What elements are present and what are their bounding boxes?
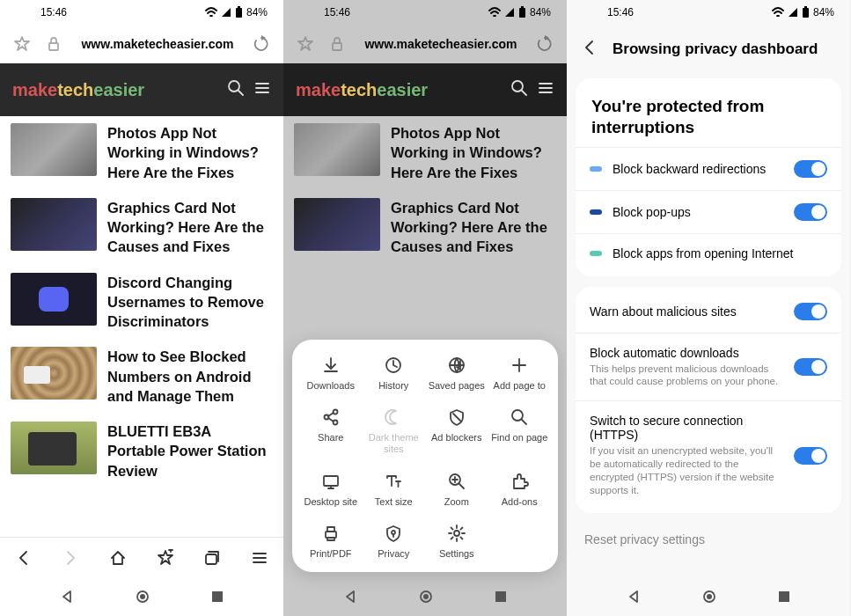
svg-point-29: [707, 594, 712, 599]
setting-label: Block backward redirections: [613, 162, 783, 176]
sys-recents-icon[interactable]: [495, 590, 507, 606]
setting-row-https[interactable]: Switch to secure connection (HTTPS) If y…: [576, 400, 841, 510]
menu-privacy[interactable]: Privacy: [364, 524, 424, 560]
svg-rect-0: [236, 8, 242, 18]
menu-downloads[interactable]: Downloads: [301, 356, 361, 392]
toggle-on-icon[interactable]: [794, 203, 827, 221]
menu-label: Saved pages: [429, 380, 485, 392]
site-header: maketecheasier: [0, 63, 283, 116]
star-icon[interactable]: [12, 34, 32, 54]
menu-label: Ad blockers: [431, 432, 481, 444]
settings-card-security: Warn about malicious sites Block automat…: [576, 287, 841, 514]
back-icon[interactable]: [15, 549, 33, 570]
hamburger-icon[interactable]: [253, 79, 271, 100]
status-bar: 15:46 84%: [567, 0, 850, 25]
article-thumb: [294, 123, 380, 176]
reload-icon[interactable]: [535, 34, 554, 54]
menu-label: Desktop site: [304, 496, 357, 508]
sys-recents-icon[interactable]: [211, 590, 224, 606]
sys-back-icon[interactable]: [627, 590, 641, 607]
menu-label: Add-ons: [502, 496, 538, 508]
sys-home-icon[interactable]: [702, 590, 716, 607]
setting-row-backward-redirections[interactable]: Block backward redirections: [576, 147, 841, 190]
setting-row-popups[interactable]: Block pop-ups: [576, 190, 841, 233]
svg-rect-1: [238, 6, 240, 8]
menu-add-ons[interactable]: Add-ons: [490, 472, 550, 508]
menu-label: Print/PDF: [310, 548, 352, 560]
battery-icon: [518, 6, 526, 18]
sys-home-icon[interactable]: [136, 590, 150, 607]
tabs-icon[interactable]: [203, 549, 221, 570]
menu-label: Zoom: [444, 496, 469, 508]
sys-back-icon[interactable]: [60, 590, 74, 607]
star-icon[interactable]: [296, 34, 315, 54]
menu-label: Downloads: [307, 380, 355, 392]
menu-dark-theme: Dark theme sites: [364, 407, 424, 455]
site-logo[interactable]: maketecheasier: [12, 80, 144, 100]
article-title: Graphics Card Not Working? Here Are the …: [107, 198, 273, 257]
menu-icon[interactable]: [251, 549, 268, 570]
menu-find-on-page[interactable]: Find on page: [490, 407, 550, 455]
list-item[interactable]: Photos App Not Working in Windows? Here …: [11, 123, 273, 182]
article-thumb: [11, 198, 97, 251]
forward-icon[interactable]: [62, 549, 79, 570]
browser-toolbar: [0, 537, 283, 581]
url-text[interactable]: www.maketecheasier.com: [359, 37, 523, 51]
search-icon[interactable]: [510, 79, 528, 100]
svg-rect-4: [206, 554, 216, 564]
reload-icon[interactable]: [252, 34, 271, 54]
toggle-on-icon[interactable]: [794, 447, 827, 465]
bookmarks-icon[interactable]: [157, 549, 174, 570]
article-title: Discord Changing Usernames to Remove Dis…: [107, 273, 273, 332]
setting-row-malicious[interactable]: Warn about malicious sites: [576, 290, 841, 333]
menu-print-pdf[interactable]: Print/PDF: [301, 524, 361, 560]
setting-row-auto-downloads[interactable]: Block automatic downloads This helps pre…: [576, 333, 841, 401]
hamburger-icon[interactable]: [537, 79, 554, 100]
article-list: Photos App Not Working in Windows? Here …: [0, 116, 283, 537]
toggle-on-icon[interactable]: [794, 160, 827, 178]
sys-home-icon[interactable]: [419, 590, 433, 607]
site-header: maketecheasier: [283, 63, 567, 116]
home-icon[interactable]: [109, 549, 127, 570]
toggle-on-icon[interactable]: [794, 303, 827, 320]
list-item[interactable]: Graphics Card Not Working? Here Are the …: [11, 198, 273, 257]
svg-point-22: [454, 531, 459, 536]
screen-menu-open: 15:46 84% www.maketecheasier.com maketec…: [283, 0, 567, 616]
menu-ad-blockers[interactable]: Ad blockers: [427, 407, 487, 455]
list-item[interactable]: BLUETTI EB3A Portable Power Station Revi…: [11, 422, 273, 480]
toggle-on-icon[interactable]: [794, 358, 827, 376]
article-title: BLUETTI EB3A Portable Power Station Revi…: [107, 422, 273, 480]
lock-icon[interactable]: [327, 34, 347, 54]
site-logo[interactable]: maketecheasier: [296, 80, 428, 100]
list-item[interactable]: Discord Changing Usernames to Remove Dis…: [11, 273, 273, 332]
menu-zoom[interactable]: Zoom: [427, 472, 487, 508]
menu-history[interactable]: History: [364, 356, 424, 392]
menu-text-size[interactable]: Text size: [364, 472, 424, 508]
menu-add-page[interactable]: Add page to: [490, 356, 550, 392]
menu-saved-pages[interactable]: Saved pages: [427, 356, 487, 392]
back-icon[interactable]: [581, 39, 598, 60]
search-icon[interactable]: [227, 79, 245, 100]
svg-rect-27: [804, 6, 807, 8]
menu-desktop-site[interactable]: Desktop site: [301, 472, 361, 508]
setting-description: If you visit an unencrypted website, you…: [590, 444, 783, 497]
menu-label: Settings: [439, 548, 474, 560]
setting-row-block-apps[interactable]: Block apps from opening Internet: [576, 233, 841, 273]
svg-point-24: [423, 594, 429, 599]
status-time: 15:46: [324, 6, 350, 18]
reset-privacy-button[interactable]: Reset privacy settings: [567, 518, 850, 561]
battery-pct: 84%: [246, 6, 268, 18]
list-item[interactable]: How to See Blocked Numbers on Android an…: [11, 347, 273, 406]
lock-icon[interactable]: [44, 34, 63, 54]
menu-share[interactable]: Share: [301, 407, 361, 455]
menu-label: Share: [318, 432, 343, 444]
battery-icon: [802, 6, 810, 18]
setting-label: Block automatic downloads: [590, 346, 783, 360]
sys-back-icon[interactable]: [343, 590, 357, 607]
color-pill: [590, 251, 602, 256]
menu-settings[interactable]: Settings: [427, 524, 487, 560]
svg-rect-10: [333, 43, 341, 50]
sys-recents-icon[interactable]: [778, 590, 790, 606]
article-thumb: [294, 198, 380, 251]
url-text[interactable]: www.maketecheasier.com: [76, 37, 239, 51]
